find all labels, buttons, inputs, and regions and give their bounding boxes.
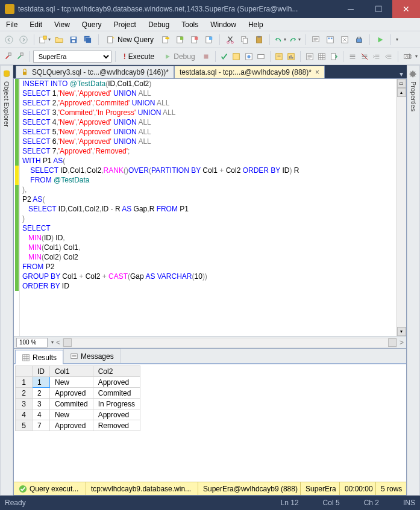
properties-tab[interactable]: Properties <box>407 65 420 496</box>
status-ch: Ch 2 <box>364 499 379 507</box>
start-icon[interactable] <box>374 33 387 46</box>
tab-dropdown-icon[interactable]: ▾ <box>396 70 407 78</box>
code-content[interactable]: INSERT INTO @TestData(ID,Col1,Col2)SELEC… <box>20 79 396 336</box>
save-all-icon[interactable] <box>81 33 95 46</box>
parse-icon[interactable] <box>219 50 230 63</box>
status-ins: INS <box>403 499 415 507</box>
svg-rect-21 <box>243 38 247 43</box>
find-icon[interactable] <box>309 33 322 46</box>
svg-rect-48 <box>23 354 30 361</box>
messages-tab[interactable]: Messages <box>63 349 121 363</box>
comment-icon[interactable] <box>347 50 358 63</box>
menu-file[interactable]: File <box>0 18 24 31</box>
uncomment-icon[interactable] <box>359 50 370 63</box>
svg-rect-23 <box>257 36 260 37</box>
svg-rect-42 <box>319 53 325 60</box>
redo-icon[interactable]: ▾ <box>288 33 301 46</box>
svg-rect-9 <box>108 36 113 43</box>
sql-editor[interactable]: INSERT INTO @TestData(ID,Col1,Col2)SELEC… <box>14 79 406 336</box>
close-tab-icon[interactable]: × <box>315 68 319 76</box>
include-stats-icon[interactable] <box>286 50 296 63</box>
results-text-icon[interactable] <box>304 50 315 63</box>
results-file-icon[interactable] <box>328 50 339 63</box>
paste-icon[interactable] <box>252 33 266 46</box>
undo-icon[interactable]: ▾ <box>274 33 287 46</box>
debug-button[interactable]: Debug <box>160 50 199 63</box>
nav-back-icon[interactable] <box>2 33 16 46</box>
copy-icon[interactable] <box>238 33 251 46</box>
solution-icon[interactable] <box>324 33 337 46</box>
toolbox-icon[interactable] <box>353 33 366 46</box>
svg-rect-30 <box>20 52 23 55</box>
database-combo[interactable]: SuperEra <box>33 51 111 63</box>
estimated-plan-icon[interactable] <box>231 50 242 63</box>
cut-icon[interactable] <box>224 33 237 46</box>
svg-rect-43 <box>331 53 336 60</box>
intellisense-icon[interactable] <box>255 50 266 63</box>
xmla-query-icon[interactable] <box>202 33 216 46</box>
properties-icon[interactable] <box>338 33 351 46</box>
menu-project[interactable]: Project <box>108 18 142 31</box>
menu-debug[interactable]: Debug <box>142 18 175 31</box>
overflow2-icon[interactable]: ▾ <box>415 54 418 59</box>
svg-point-1 <box>20 36 27 43</box>
mdx-query-icon[interactable] <box>174 33 187 46</box>
overflow-icon[interactable]: ▾ <box>396 37 398 42</box>
split-icon[interactable]: ▭ <box>397 79 406 88</box>
specify-values-icon[interactable]: ab <box>402 50 413 63</box>
menu-help[interactable]: Help <box>242 18 269 31</box>
results-tab[interactable]: Results <box>15 350 63 364</box>
change-tracking-margin <box>14 79 20 336</box>
minimize-button[interactable]: ─ <box>337 0 365 18</box>
query-options-icon[interactable] <box>243 50 254 63</box>
tab-sqlquery3[interactable]: SQLQuery3.sql - tc...@wvlhdcayb9 (146))* <box>16 66 174 78</box>
menu-window[interactable]: Window <box>204 18 242 31</box>
menu-view[interactable]: View <box>48 18 76 31</box>
execute-button[interactable]: ! Execute <box>119 50 158 63</box>
save-icon[interactable] <box>67 33 80 46</box>
results-grid[interactable]: IDCol1Col211NewApproved22ApprovedCommite… <box>15 365 140 431</box>
open-icon[interactable] <box>52 33 66 46</box>
svg-rect-15 <box>195 36 198 39</box>
include-plan-icon[interactable] <box>274 50 284 63</box>
outdent-icon[interactable] <box>383 50 394 63</box>
object-explorer-tab[interactable]: Object Explorer <box>0 65 13 496</box>
scroll-down-icon[interactable]: ▾ <box>397 327 406 336</box>
messages-icon <box>70 352 78 361</box>
svg-rect-3 <box>43 36 46 39</box>
status-ready: Ready <box>5 499 26 507</box>
vertical-scrollbar[interactable]: ▭ ▴ ▾ <box>396 79 406 336</box>
new-project-icon[interactable]: ▾ <box>38 33 51 46</box>
menubar: File Edit View Query Project Debug Tools… <box>0 18 420 31</box>
toolbar-sql: SuperEra ! Execute Debug ab ▾ <box>0 48 420 65</box>
new-query-button[interactable]: New Query <box>102 33 158 46</box>
tab-testdata[interactable]: testdata.sql - tcp:...a@wvlhdcayb9 (888)… <box>174 66 325 78</box>
connect-icon[interactable] <box>2 50 13 63</box>
lock-icon <box>21 69 28 76</box>
svg-rect-27 <box>331 37 333 39</box>
maximize-button[interactable]: ☐ <box>365 0 392 18</box>
svg-rect-32 <box>233 53 240 60</box>
results-grid-icon[interactable] <box>316 50 327 63</box>
svg-rect-17 <box>209 36 212 39</box>
horizontal-scrollbar[interactable] <box>63 338 397 347</box>
properties-icon <box>409 69 418 78</box>
db-engine-query-icon[interactable] <box>159 33 172 46</box>
change-connection-icon[interactable] <box>14 50 25 63</box>
close-button[interactable]: ✕ <box>392 0 420 18</box>
menu-edit[interactable]: Edit <box>24 18 48 31</box>
zoom-combo[interactable] <box>16 338 48 347</box>
svg-rect-40 <box>292 57 293 58</box>
toolbar-standard: ▾ New Query ▾ ▾ ▾ <box>0 31 420 48</box>
svg-rect-25 <box>327 36 334 43</box>
scroll-up-icon[interactable]: ▴ <box>397 88 406 97</box>
app-status-bar: Ready Ln 12 Col 5 Ch 2 INS <box>0 496 420 510</box>
indent-icon[interactable] <box>371 50 382 63</box>
svg-rect-31 <box>204 54 208 58</box>
cancel-query-icon[interactable] <box>201 50 212 63</box>
menu-query[interactable]: Query <box>76 18 108 31</box>
nav-fwd-icon[interactable] <box>17 33 30 46</box>
menu-tools[interactable]: Tools <box>175 18 204 31</box>
dmx-query-icon[interactable] <box>188 33 201 46</box>
svg-rect-5 <box>72 37 76 39</box>
